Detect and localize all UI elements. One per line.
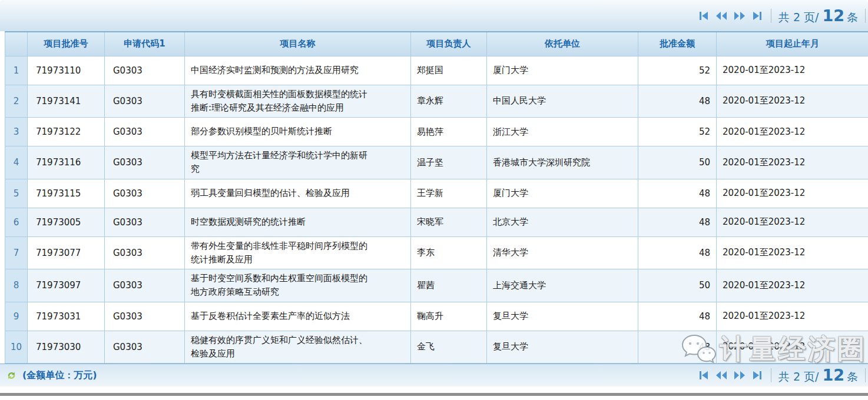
cell-period: 2020-01至2023-12 xyxy=(717,331,868,364)
pagination-top: 共 2 页/12条 xyxy=(698,6,866,25)
next-page-icon[interactable] xyxy=(734,11,746,21)
cell-title: 中国经济实时监测和预测的方法及应用研究 xyxy=(185,56,411,85)
col-header-approval-no: 项目批准号 xyxy=(28,32,105,56)
table-row: 8 71973097 G0303 基于时变空间系数和内生权重空间面板模型的 地方… xyxy=(5,269,868,302)
page-summary-prefix: 共 2 页/ xyxy=(778,11,819,24)
cell-code: G0303 xyxy=(105,118,185,146)
table-row: 7 71973077 G0303 带有外生变量的非线性非平稳时间序列模型的 统计… xyxy=(5,236,868,269)
col-header-institution: 依托单位 xyxy=(487,32,638,56)
cell-leader: 李东 xyxy=(411,236,487,269)
cell-amount: 48 xyxy=(638,236,717,269)
cell-title: 稳健有效的序贯广义矩和广义经验似然估计、 检验及应用 xyxy=(185,331,411,364)
cell-amount: 48 xyxy=(638,302,717,331)
cell-leader: 瞿茜 xyxy=(411,269,487,302)
pager-separator xyxy=(771,368,771,382)
refresh-icon[interactable] xyxy=(6,370,17,381)
cell-amount: 48 xyxy=(638,85,717,118)
first-page-icon[interactable] xyxy=(698,11,709,21)
cell-title: 模型平均方法在计量经济学和统计学中的新研 究 xyxy=(185,146,411,179)
cell-institution: 厦门大学 xyxy=(487,56,638,85)
table-row: 3 71973122 G0303 部分参数识别模型的贝叶斯统计推断 易艳萍 浙江… xyxy=(5,118,868,146)
page-summary: 共 2 页/12条 xyxy=(775,366,862,385)
projects-table-wrap: 项目批准号 申请代码1 项目名称 项目负责人 依托单位 批准金额 项目起止年月 … xyxy=(5,31,868,364)
row-number: 5 xyxy=(5,179,28,208)
cell-amount: 52 xyxy=(638,118,717,146)
table-row: 10 71973030 G0303 稳健有效的序贯广义矩和广义经验似然估计、 检… xyxy=(5,331,868,364)
cell-approval-no: 71973115 xyxy=(28,179,105,208)
page-summary-suffix: 条 xyxy=(847,370,858,383)
cell-code: G0303 xyxy=(105,269,185,302)
top-pagination-bar: 共 2 页/12条 xyxy=(0,0,868,31)
last-page-icon[interactable] xyxy=(752,11,763,21)
previous-page-icon[interactable] xyxy=(715,371,727,380)
first-page-icon[interactable] xyxy=(698,371,709,380)
row-number-header xyxy=(5,32,28,56)
table-row: 9 71973031 G0303 基于反卷积估计全要素生产率的近似方法 鞠高升 … xyxy=(5,302,868,331)
grant-table-widget: 共 2 页/12条 项目批准号 申请代码1 项目名称 项目负责人 依托单位 批准… xyxy=(0,0,868,400)
page-summary: 共 2 页/12条 xyxy=(775,6,862,25)
cell-period: 2020-01至2023-12 xyxy=(717,85,868,118)
row-number: 4 xyxy=(5,146,28,179)
row-number: 3 xyxy=(5,118,28,146)
cell-title: 时空数据观测研究的统计推断 xyxy=(185,208,411,236)
cell-leader: 易艳萍 xyxy=(411,118,487,146)
cell-code: G0303 xyxy=(105,85,185,118)
cell-amount: 48 xyxy=(638,331,717,364)
cell-title: 弱工具变量回归模型的估计、检验及应用 xyxy=(185,179,411,208)
table-row: 5 71973115 G0303 弱工具变量回归模型的估计、检验及应用 王学新 … xyxy=(5,179,868,208)
cell-period: 2020-01至2023-12 xyxy=(717,302,868,331)
cell-period: 2020-01至2023-12 xyxy=(717,236,868,269)
cell-title: 带有外生变量的非线性非平稳时间序列模型的 统计推断及应用 xyxy=(185,236,411,269)
cell-code: G0303 xyxy=(105,302,185,331)
previous-page-icon[interactable] xyxy=(715,11,727,21)
table-row: 4 71973116 G0303 模型平均方法在计量经济学和统计学中的新研 究 … xyxy=(5,146,868,179)
cell-approval-no: 71973116 xyxy=(28,146,105,179)
table-row: 2 71973141 G0303 具有时变横截面相关性的面板数据模型的统计 推断… xyxy=(5,85,868,118)
pager-separator xyxy=(771,9,771,23)
pagination-bottom: 共 2 页/12条 xyxy=(698,366,866,385)
projects-table: 项目批准号 申请代码1 项目名称 项目负责人 依托单位 批准金额 项目起止年月 … xyxy=(5,31,868,364)
cell-institution: 香港城市大学深圳研究院 xyxy=(487,146,638,179)
col-header-leader: 项目负责人 xyxy=(411,32,487,56)
cell-amount: 48 xyxy=(638,179,717,208)
cell-approval-no: 71973110 xyxy=(28,56,105,85)
table-row: 6 71973005 G0303 时空数据观测研究的统计推断 宋晓军 北京大学 … xyxy=(5,208,868,236)
cell-approval-no: 71973122 xyxy=(28,118,105,146)
cell-approval-no: 71973097 xyxy=(28,269,105,302)
cell-title: 具有时变横截面相关性的面板数据模型的统计 推断:理论研究及其在经济金融中的应用 xyxy=(185,85,411,118)
table-row: 1 71973110 G0303 中国经济实时监测和预测的方法及应用研究 郑挺国… xyxy=(5,56,868,85)
cell-institution: 中国人民大学 xyxy=(487,85,638,118)
page-summary-suffix: 条 xyxy=(847,11,858,24)
row-number: 10 xyxy=(5,331,28,364)
pager-separator xyxy=(865,368,866,382)
cell-leader: 温子坚 xyxy=(411,146,487,179)
cell-amount: 48 xyxy=(638,208,717,236)
cell-title: 部分参数识别模型的贝叶斯统计推断 xyxy=(185,118,411,146)
cell-title: 基于时变空间系数和内生权重空间面板模型的 地方政府策略互动研究 xyxy=(185,269,411,302)
pager-separator xyxy=(865,9,866,23)
cell-period: 2020-01至2023-12 xyxy=(717,118,868,146)
cell-period: 2020-01至2023-12 xyxy=(717,208,868,236)
next-page-icon[interactable] xyxy=(734,371,746,380)
cell-institution: 复旦大学 xyxy=(487,331,638,364)
cell-code: G0303 xyxy=(105,208,185,236)
cell-period: 2020-01至2023-12 xyxy=(717,146,868,179)
cell-institution: 复旦大学 xyxy=(487,302,638,331)
cell-institution: 浙江大学 xyxy=(487,118,638,146)
col-header-title: 项目名称 xyxy=(185,32,411,56)
cell-amount: 50 xyxy=(638,269,717,302)
pager-icons xyxy=(698,371,763,380)
row-number: 9 xyxy=(5,302,28,331)
last-page-icon[interactable] xyxy=(752,371,763,380)
footer-note: (金额单位：万元) xyxy=(6,369,97,382)
cell-title: 基于反卷积估计全要素生产率的近似方法 xyxy=(185,302,411,331)
cell-leader: 章永辉 xyxy=(411,85,487,118)
cell-code: G0303 xyxy=(105,56,185,85)
cell-amount: 50 xyxy=(638,146,717,179)
cell-approval-no: 71973005 xyxy=(28,208,105,236)
cell-leader: 金飞 xyxy=(411,331,487,364)
cell-leader: 王学新 xyxy=(411,179,487,208)
window-bottom-edge xyxy=(0,393,868,396)
total-count: 12 xyxy=(822,366,844,384)
cell-institution: 北京大学 xyxy=(487,208,638,236)
